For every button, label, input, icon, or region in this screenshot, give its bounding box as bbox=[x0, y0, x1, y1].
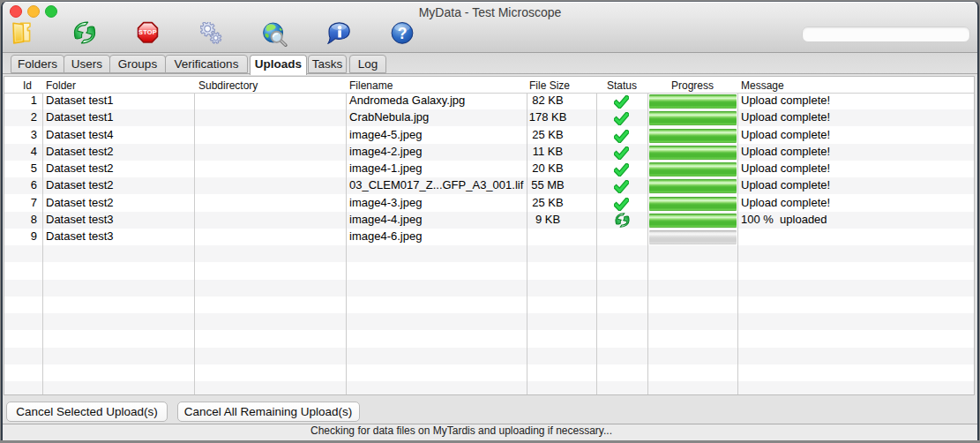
svg-text:STOP: STOP bbox=[138, 28, 157, 36]
svg-text:?: ? bbox=[397, 25, 407, 42]
